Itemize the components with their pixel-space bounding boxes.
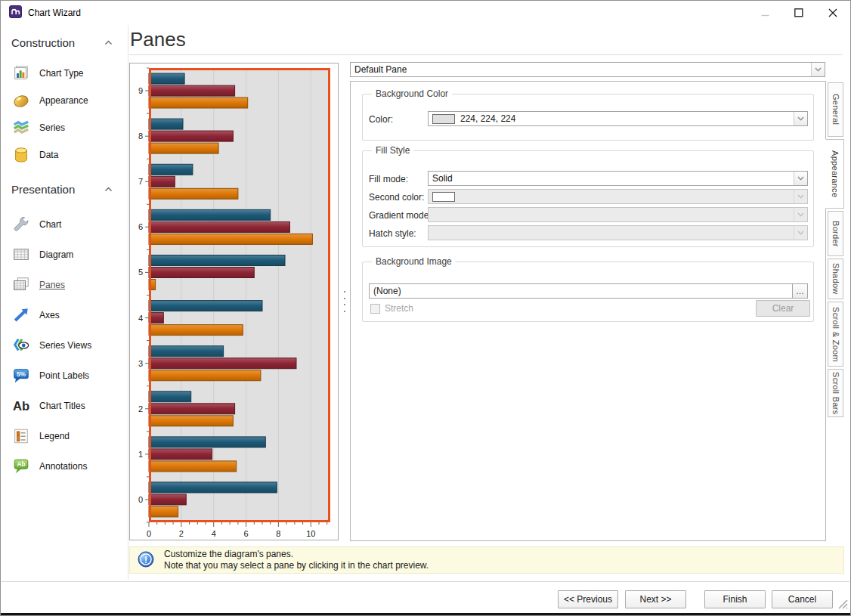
- appearance-icon: [11, 91, 31, 110]
- background-color-group: Background Color Color: 224, 224, 224: [362, 94, 814, 141]
- finish-button[interactable]: Finish: [704, 590, 766, 608]
- splitter-grip[interactable]: [342, 291, 347, 312]
- chart-type-icon: [11, 63, 31, 83]
- info-line-2: Note that you may select a pane by click…: [164, 560, 429, 571]
- legend-icon: [11, 426, 31, 446]
- svg-text:6: 6: [244, 529, 249, 538]
- sidebar-item-appearance[interactable]: Appearance: [2, 87, 128, 114]
- minimize-button[interactable]: [752, 3, 778, 23]
- next-button[interactable]: Next >>: [625, 590, 686, 608]
- group-legend: Background Image: [372, 256, 456, 267]
- chevron-down-icon: [794, 226, 807, 240]
- svg-text:10: 10: [306, 529, 315, 538]
- chevron-down-icon[interactable]: [811, 63, 825, 76]
- svg-text:Ab: Ab: [17, 460, 25, 468]
- info-bar: ! Customize the diagram's panes. Note th…: [129, 546, 844, 574]
- chevron-up-icon: [104, 187, 113, 192]
- second-color-label: Second color:: [369, 192, 424, 203]
- group-legend: Fill Style: [372, 145, 413, 156]
- svg-text:5%: 5%: [17, 370, 26, 378]
- svg-text:5: 5: [138, 268, 143, 277]
- annotations-icon: Ab: [11, 457, 31, 476]
- tab-appearance[interactable]: Appearance: [825, 139, 844, 209]
- svg-text:1: 1: [138, 450, 143, 459]
- sidebar-item-chart-type[interactable]: Chart Type: [2, 60, 128, 87]
- sidebar-item-point-labels[interactable]: 5%Point Labels: [2, 361, 128, 391]
- fill-mode-combo[interactable]: Solid: [428, 171, 808, 186]
- minimize-icon: [761, 9, 769, 17]
- chevron-down-icon[interactable]: [794, 112, 807, 125]
- page-title: Panes: [130, 28, 186, 51]
- background-image-value: (None): [373, 286, 401, 296]
- section-header-construction[interactable]: Construction: [2, 34, 128, 51]
- sidebar-item-series-views[interactable]: Series Views: [2, 330, 128, 361]
- chart-wizard-window: Chart Wizard Construction Chart TypeAppe…: [0, 0, 851, 616]
- data-icon: [11, 145, 31, 165]
- tab-shadow[interactable]: Shadow: [828, 258, 843, 299]
- tab-scroll-zoom[interactable]: Scroll & Zoom: [828, 302, 843, 367]
- gradient-mode-combo: [428, 207, 808, 222]
- fill-mode-value: Solid: [432, 173, 453, 184]
- sidebar-item-chart[interactable]: Chart: [2, 209, 128, 240]
- bar-chart[interactable]: 98765432100246810: [130, 63, 338, 540]
- svg-text:8: 8: [276, 529, 280, 538]
- svg-text:4: 4: [212, 529, 216, 538]
- svg-text:2: 2: [179, 529, 184, 538]
- cancel-button[interactable]: Cancel: [772, 590, 833, 608]
- tab-scroll-bars[interactable]: Scroll Bars: [828, 369, 843, 417]
- presentation-items: ChartDiagramPanesAxesSeries Views5%Point…: [2, 209, 128, 481]
- sidebar-item-legend[interactable]: Legend: [2, 421, 128, 451]
- header-separator: [129, 54, 843, 55]
- window-bottom-edge: [1, 613, 850, 615]
- close-button[interactable]: [820, 3, 846, 23]
- info-icon: !: [138, 551, 154, 570]
- browse-button[interactable]: …: [792, 283, 808, 299]
- background-image-field[interactable]: (None): [369, 283, 792, 299]
- pane-selector-combo[interactable]: Default Pane: [350, 62, 825, 77]
- footer-separator: [2, 581, 849, 582]
- group-legend: Background Color: [372, 88, 452, 99]
- sidebar-item-chart-titles[interactable]: AbChart Titles: [2, 391, 128, 421]
- maximize-button[interactable]: [786, 3, 812, 23]
- sidebar-item-panes[interactable]: Panes: [2, 270, 128, 300]
- background-image-group: Background Image (None) … Stretch Clear: [362, 262, 814, 322]
- properties-panel: Background Color Color: 224, 224, 224 Fi…: [350, 81, 826, 541]
- tab-general[interactable]: General: [828, 82, 843, 137]
- chevron-down-icon: [794, 208, 807, 221]
- tab-border[interactable]: Border: [828, 211, 843, 256]
- sidebar-item-series[interactable]: Series: [2, 114, 128, 141]
- svg-text:0: 0: [138, 495, 143, 504]
- stretch-checkbox: [370, 304, 380, 314]
- resize-grip-icon[interactable]: [837, 599, 848, 611]
- sidebar: Construction Chart TypeAppearanceSeriesD…: [2, 25, 128, 580]
- chevron-up-icon: [104, 40, 113, 45]
- svg-text:0: 0: [147, 529, 151, 538]
- section-label: Presentation: [11, 183, 75, 196]
- sidebar-item-data[interactable]: Data: [2, 141, 128, 169]
- fill-mode-label: Fill mode:: [369, 174, 408, 184]
- second-color-swatch: [432, 192, 455, 202]
- svg-text:!: !: [144, 554, 147, 565]
- diagram-icon: [11, 245, 31, 265]
- svg-text:4: 4: [138, 314, 143, 323]
- sidebar-item-diagram[interactable]: Diagram: [2, 240, 128, 270]
- sidebar-item-axes[interactable]: Axes: [2, 300, 128, 330]
- info-line-1: Customize the diagram's panes.: [164, 549, 429, 560]
- point-labels-icon: 5%: [11, 366, 31, 385]
- construction-items: Chart TypeAppearanceSeriesData: [2, 60, 128, 169]
- previous-button[interactable]: << Previous: [558, 590, 618, 608]
- chart-icon: [11, 215, 31, 234]
- sidebar-item-annotations[interactable]: AbAnnotations: [2, 451, 128, 481]
- svg-text:8: 8: [138, 132, 143, 141]
- clear-button: Clear: [756, 300, 810, 317]
- gradient-mode-label: Gradient mode:: [369, 210, 432, 221]
- chevron-down-icon[interactable]: [794, 172, 807, 185]
- chart-preview[interactable]: 98765432100246810: [129, 63, 339, 540]
- svg-text:7: 7: [138, 177, 143, 186]
- chevron-down-icon: [794, 190, 807, 203]
- series-views-icon: [11, 336, 31, 355]
- section-label: Construction: [11, 36, 75, 49]
- section-header-presentation[interactable]: Presentation: [2, 181, 128, 197]
- color-combo[interactable]: 224, 224, 224: [428, 111, 808, 126]
- title-bar: Chart Wizard: [1, 1, 850, 25]
